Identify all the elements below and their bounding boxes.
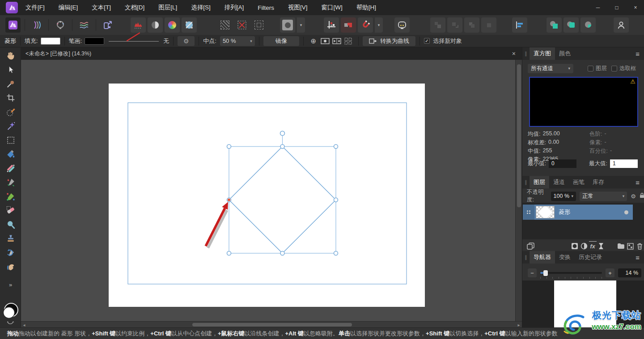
vertical-scrollbar[interactable] bbox=[515, 60, 522, 321]
menu-text[interactable]: 文本[T] bbox=[92, 4, 111, 12]
layer-visibility-toggle[interactable] bbox=[624, 210, 628, 214]
view-tool[interactable] bbox=[4, 50, 17, 61]
pixel-tool[interactable] bbox=[4, 191, 17, 202]
adjustment-layer-icon[interactable] bbox=[580, 241, 589, 251]
flood-fill-tool[interactable] bbox=[4, 149, 17, 160]
zoom-slider[interactable] bbox=[540, 268, 602, 277]
layers-menu-icon[interactable]: ≡ bbox=[636, 176, 640, 188]
develop-persona-button[interactable] bbox=[53, 17, 68, 33]
snap-to-shape-button[interactable] bbox=[341, 17, 356, 33]
tab-color[interactable]: 颜色 bbox=[555, 47, 575, 60]
navigator-preview[interactable] bbox=[522, 280, 644, 327]
stroke-properties-button[interactable]: ⚙ bbox=[178, 36, 195, 46]
mask-layer-icon[interactable] bbox=[570, 241, 580, 251]
auto-colors-button[interactable] bbox=[165, 17, 180, 33]
lock-icon[interactable] bbox=[640, 193, 644, 200]
midpoint-select[interactable]: 50 % ▾ bbox=[220, 36, 255, 46]
show-handles-button[interactable] bbox=[319, 36, 331, 46]
channel-select[interactable]: 所有通道 ▾ bbox=[528, 64, 573, 73]
marquee-checkbox[interactable] bbox=[611, 66, 617, 71]
zoom-value-field[interactable]: 14 % bbox=[618, 268, 641, 277]
tab-brushes[interactable]: 画笔 bbox=[569, 176, 589, 188]
stroke-width-slider[interactable] bbox=[109, 38, 159, 45]
tab-histogram[interactable]: 直方图 bbox=[530, 47, 555, 60]
assistant-robot-button[interactable] bbox=[394, 17, 410, 33]
tab-close-icon[interactable]: × bbox=[512, 50, 516, 57]
quick-mask-dropdown[interactable]: ▾ bbox=[297, 17, 305, 33]
selection-brush-tool[interactable] bbox=[4, 106, 17, 117]
menu-file[interactable]: 文件[F] bbox=[25, 4, 45, 12]
vertical-scrollbar-thumb[interactable] bbox=[517, 64, 521, 207]
delete-layer-trash-icon[interactable] bbox=[635, 241, 644, 251]
crop-tool[interactable] bbox=[4, 92, 17, 104]
rotation-handle[interactable] bbox=[280, 131, 285, 136]
flip-horizontal-button[interactable] bbox=[331, 36, 343, 46]
horizontal-scrollbar-thumb[interactable] bbox=[192, 323, 352, 326]
group-layers-icon[interactable] bbox=[616, 241, 626, 251]
menu-document[interactable]: 文档[D] bbox=[125, 4, 144, 12]
account-button[interactable] bbox=[614, 17, 629, 33]
mirror-button[interactable]: 镜像 bbox=[263, 36, 299, 46]
boolean-intersect-button[interactable] bbox=[580, 17, 596, 33]
stroke-swatch[interactable] bbox=[85, 38, 104, 45]
layer-effects-icon[interactable]: fx bbox=[589, 241, 597, 251]
menu-edit[interactable]: 编辑[E] bbox=[59, 4, 78, 12]
panel-grip-icon[interactable]: ∥ bbox=[522, 176, 530, 188]
menu-window[interactable]: 窗口[W] bbox=[322, 4, 343, 12]
opacity-select[interactable]: 100 % ▾ bbox=[551, 192, 576, 201]
tab-navigator[interactable]: 导航器 bbox=[530, 251, 555, 264]
scroll-right-icon[interactable]: ▸ bbox=[516, 322, 522, 328]
move-tool[interactable] bbox=[4, 64, 17, 75]
convert-to-curves-button[interactable]: 转换为曲线 bbox=[363, 36, 415, 46]
move-to-back-button[interactable] bbox=[481, 17, 496, 33]
marquee-tool[interactable] bbox=[4, 134, 17, 146]
auto-levels-button[interactable] bbox=[131, 17, 146, 33]
min-value-field[interactable] bbox=[549, 159, 576, 168]
menu-view[interactable]: 视图[V] bbox=[288, 4, 308, 12]
live-filter-icon[interactable] bbox=[597, 241, 606, 251]
undo-brush-tool[interactable] bbox=[4, 247, 17, 258]
gradient-tool[interactable] bbox=[4, 163, 17, 174]
select-pixels-button[interactable] bbox=[217, 17, 233, 33]
snapping-magnet-button[interactable] bbox=[358, 17, 373, 33]
grid-toggle-button[interactable] bbox=[324, 17, 339, 33]
blend-mode-select[interactable]: 正常 ▾ bbox=[580, 192, 627, 201]
midpoint-handle-red-dot[interactable] bbox=[228, 199, 230, 201]
erase-tool[interactable] bbox=[4, 205, 17, 216]
navigator-page-thumbnail[interactable] bbox=[554, 280, 616, 327]
color-picker-tool[interactable] bbox=[4, 78, 17, 89]
paint-brush-tool[interactable] bbox=[4, 177, 17, 188]
boolean-add-button[interactable] bbox=[547, 17, 562, 33]
quick-mask-button[interactable] bbox=[280, 17, 295, 33]
menu-select[interactable]: 选择[S] bbox=[191, 4, 211, 12]
max-value-field[interactable] bbox=[610, 159, 638, 168]
move-to-front-button[interactable] bbox=[430, 17, 445, 33]
layer-thumbnail[interactable] bbox=[536, 206, 555, 218]
tab-transform[interactable]: 变换 bbox=[555, 251, 575, 264]
tab-layers[interactable]: 图层 bbox=[530, 176, 549, 188]
menu-layer[interactable]: 图层[L] bbox=[158, 4, 177, 12]
zoom-slider-thumb[interactable] bbox=[543, 270, 548, 276]
blur-tool[interactable] bbox=[4, 219, 17, 230]
tab-history[interactable]: 历史记录 bbox=[575, 251, 606, 264]
deselect-button[interactable] bbox=[234, 17, 250, 33]
clone-stamp-tool[interactable] bbox=[4, 233, 17, 244]
close-button[interactable]: × bbox=[631, 4, 640, 11]
navigator-menu-icon[interactable]: ≡ bbox=[636, 251, 640, 264]
minimize-button[interactable]: ─ bbox=[594, 4, 602, 11]
cycle-origin-button[interactable]: ⊕ bbox=[308, 36, 319, 46]
new-pattern-layer-icon[interactable] bbox=[626, 241, 635, 251]
tone-mapping-persona-button[interactable] bbox=[76, 17, 92, 33]
snap-grid-button[interactable] bbox=[343, 36, 354, 46]
export-persona-button[interactable] bbox=[100, 17, 115, 33]
tab-stock[interactable]: 库存 bbox=[589, 176, 608, 188]
auto-contrast-button[interactable] bbox=[148, 17, 163, 33]
layer-checkbox[interactable] bbox=[588, 66, 593, 71]
flood-select-tool[interactable] bbox=[4, 121, 17, 132]
layer-expand-slot[interactable] bbox=[523, 205, 534, 220]
snapping-dropdown[interactable]: ▾ bbox=[375, 17, 383, 33]
move-backward-button[interactable] bbox=[464, 17, 479, 33]
alignment-button[interactable] bbox=[512, 17, 527, 33]
fill-swatch[interactable] bbox=[41, 38, 60, 45]
warning-icon[interactable]: ⚠ bbox=[630, 78, 636, 85]
